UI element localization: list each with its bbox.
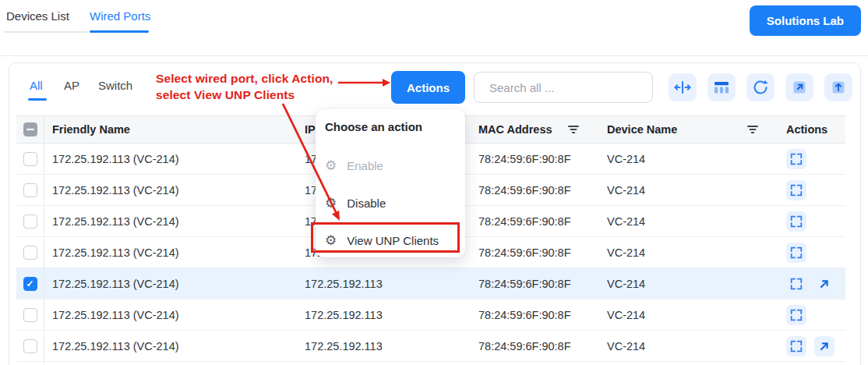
row-checkbox[interactable] xyxy=(23,277,37,291)
fit-columns-button[interactable] xyxy=(669,73,697,101)
expand-row-button[interactable] xyxy=(786,180,806,200)
row-checkbox[interactable] xyxy=(23,339,37,353)
menu-item-view-unp-clients[interactable]: ⚙ View UNP Clients xyxy=(316,226,465,254)
filter-icon[interactable] xyxy=(568,125,579,134)
header-friendly-name: Friendly Name xyxy=(44,123,297,136)
expand-row-button[interactable] xyxy=(786,305,806,325)
filter-tab-ap[interactable]: AP xyxy=(64,79,79,92)
cell-friendly-name: 172.25.192.113 (VC-214) xyxy=(44,184,297,197)
cell-friendly-name: 172.25.192.113 (VC-214) xyxy=(44,340,297,353)
cell-ip-address: 172.25.192.113 xyxy=(297,340,471,353)
cell-device-name: VC-214 xyxy=(599,246,778,259)
tab-devices-list[interactable]: Devices List xyxy=(6,9,69,23)
tab-underline-inactive xyxy=(4,31,87,33)
refresh-button[interactable] xyxy=(746,73,774,101)
open-external-toolbar-button[interactable] xyxy=(785,73,813,101)
menu-item-disable[interactable]: ⚙ Disable xyxy=(316,189,465,217)
cell-mac-address: 78:24:59:6F:90:8F xyxy=(471,215,599,228)
cell-device-name: VC-214 xyxy=(599,309,778,321)
expand-icon xyxy=(789,339,803,353)
search-box xyxy=(474,72,653,103)
tab-underline-active xyxy=(90,30,149,33)
solutions-lab-button[interactable]: Solutions Lab xyxy=(750,5,861,36)
annotation-text: Select wired port, click Action, select … xyxy=(156,70,333,103)
export-button[interactable] xyxy=(824,73,852,101)
header-device-name: Device Name xyxy=(599,123,778,136)
expand-icon xyxy=(789,152,803,166)
dropdown-title: Choose an action xyxy=(325,120,422,133)
cell-device-name: VC-214 xyxy=(599,215,778,228)
expand-row-button[interactable] xyxy=(786,211,806,232)
table-row[interactable]: 172.25.192.113 (VC-214) 172.25.192.113 7… xyxy=(16,268,845,299)
expand-icon xyxy=(789,277,803,291)
select-all-checkbox[interactable] xyxy=(23,122,37,136)
cell-friendly-name: 172.25.192.113 (VC-214) xyxy=(44,309,297,321)
header-mac-address: MAC Address xyxy=(471,123,599,136)
open-external-row-button[interactable] xyxy=(814,274,834,294)
refresh-icon xyxy=(751,78,770,97)
cell-friendly-name: 172.25.192.113 (VC-214) xyxy=(44,153,297,165)
cell-device-name: VC-214 xyxy=(599,278,778,290)
gear-icon: ⚙ xyxy=(325,159,337,172)
cell-mac-address: 78:24:59:6F:90:8F xyxy=(471,246,599,259)
table-row[interactable]: 172.25.192.113 (VC-214) 172.25.192.113 7… xyxy=(16,362,845,365)
actions-dropdown: Choose an action ⚙ Enable ⚙ Disable ⚙ Vi… xyxy=(316,109,465,257)
manage-columns-button[interactable] xyxy=(707,73,736,101)
cell-ip-address: 172.25.192.113 xyxy=(297,309,471,321)
expand-row-button[interactable] xyxy=(786,243,806,263)
open-external-icon xyxy=(790,78,809,97)
filter-tab-active-underline xyxy=(28,98,47,101)
fit-columns-icon xyxy=(673,78,692,97)
expand-icon xyxy=(789,214,803,229)
cell-friendly-name: 172.25.192.113 (VC-214) xyxy=(44,278,297,290)
expand-icon xyxy=(789,183,803,197)
expand-row-button[interactable] xyxy=(786,336,806,356)
actions-button[interactable]: Actions xyxy=(391,71,465,104)
menu-item-enable: ⚙ Enable xyxy=(316,151,465,179)
row-checkbox[interactable] xyxy=(23,152,37,166)
search-icon xyxy=(482,81,483,94)
filter-icon[interactable] xyxy=(747,125,758,134)
row-checkbox[interactable] xyxy=(23,214,37,229)
header-divider xyxy=(0,55,868,56)
gear-icon: ⚙ xyxy=(325,197,337,210)
row-checkbox[interactable] xyxy=(23,308,37,322)
expand-icon xyxy=(789,308,803,322)
cell-ip-address: 172.25.192.113 xyxy=(297,278,471,290)
columns-icon xyxy=(712,78,731,97)
cell-mac-address: 78:24:59:6F:90:8F xyxy=(471,184,599,197)
cell-mac-address: 78:24:59:6F:90:8F xyxy=(471,153,599,165)
row-checkbox[interactable] xyxy=(23,246,37,260)
search-input[interactable] xyxy=(489,81,644,94)
tab-wired-ports[interactable]: Wired Ports xyxy=(90,9,150,23)
cell-mac-address: 78:24:59:6F:90:8F xyxy=(471,278,599,290)
table-row[interactable]: 172.25.192.113 (VC-214) 172.25.192.113 7… xyxy=(16,299,845,331)
expand-row-button[interactable] xyxy=(786,274,806,294)
row-checkbox[interactable] xyxy=(23,183,37,197)
cell-mac-address: 78:24:59:6F:90:8F xyxy=(471,309,599,321)
cell-mac-address: 78:24:59:6F:90:8F xyxy=(471,340,599,353)
filter-tab-switch[interactable]: Switch xyxy=(98,79,132,92)
header-actions: Actions xyxy=(778,123,845,136)
gear-icon: ⚙ xyxy=(325,234,337,247)
open-external-row-button[interactable] xyxy=(814,336,834,356)
arrow-up-right-icon xyxy=(817,339,831,353)
cell-device-name: VC-214 xyxy=(599,184,778,197)
table-row[interactable]: 172.25.192.113 (VC-214) 172.25.192.113 7… xyxy=(16,331,845,362)
arrow-up-right-icon xyxy=(817,277,831,291)
filter-tab-all[interactable]: All xyxy=(30,79,43,92)
cell-device-name: VC-214 xyxy=(599,153,778,165)
expand-row-button[interactable] xyxy=(786,149,806,169)
cell-device-name: VC-214 xyxy=(599,340,778,353)
expand-icon xyxy=(789,246,803,260)
cell-friendly-name: 172.25.192.113 (VC-214) xyxy=(44,246,297,259)
export-icon xyxy=(829,78,848,97)
cell-friendly-name: 172.25.192.113 (VC-214) xyxy=(44,215,297,228)
